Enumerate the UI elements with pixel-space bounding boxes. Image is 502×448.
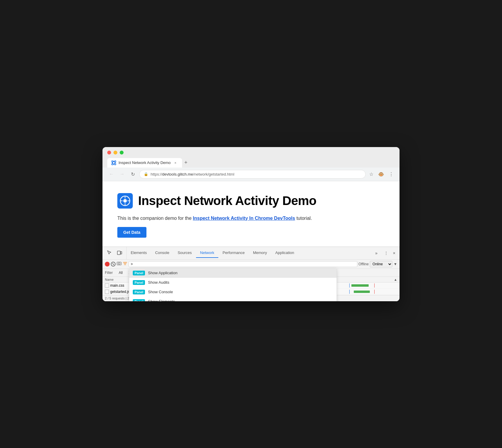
clear-button[interactable] [111,262,116,266]
devtools-actions: ⋮ × [380,248,400,258]
waterfall-line-blue [349,283,350,288]
description-prefix: This is the companion demo for the [117,216,193,221]
svg-rect-8 [117,251,120,255]
window-controls [107,151,395,154]
bookmark-button[interactable]: ☆ [368,170,375,178]
url-text: https://devtools.glitch.me/network/getst… [151,172,361,176]
svg-point-3 [123,199,127,203]
file-icon [105,283,109,288]
address-bar: ← → ↻ 🔒 https://devtools.glitch.me/netwo… [102,168,400,181]
filter-toggle-button[interactable] [123,261,127,267]
filter-input-container: Panel Show Application Panel Show Audits… [129,261,357,267]
account-button[interactable]: 🐵 [377,170,385,178]
browser-window: Inspect Network Activity Demo × + ← → ↻ … [102,147,400,301]
devtools-menu-button[interactable]: ⋮ [382,250,390,257]
throttle-select[interactable]: Online Offline Fast 3G Slow 3G [370,261,392,267]
panel-badge: Panel [133,299,145,301]
autocomplete-label: Show Elements [148,299,175,301]
maximize-button[interactable] [120,151,124,154]
autocomplete-item-show-console[interactable]: Panel Show Console [129,287,337,297]
tab-elements[interactable]: Elements [127,248,151,258]
tab-console[interactable]: Console [151,248,173,258]
svg-point-11 [118,263,120,264]
svg-rect-9 [121,252,122,254]
close-button[interactable] [107,151,111,154]
screenshot-button[interactable] [117,261,121,267]
waterfall-line-red [374,283,375,288]
url-domain: devtools.glitch.me [162,172,193,176]
autocomplete-dropdown: Panel Show Application Panel Show Audits… [129,268,337,301]
network-toolbar: Panel Show Application Panel Show Audits… [102,260,400,269]
svg-point-1 [113,162,115,164]
tab-bar: Inspect Network Activity Demo × + [107,157,395,168]
forward-button[interactable]: → [118,170,126,178]
tab-sources[interactable]: Sources [173,248,196,258]
reload-button[interactable]: ↻ [129,170,137,178]
devtools-tabs: Elements Console Sources Network Perform… [127,248,373,258]
offline-label: Offline [359,262,369,266]
autocomplete-item-show-audits[interactable]: Panel Show Audits [129,278,337,287]
autocomplete-label: Show Application [148,271,177,275]
get-data-button[interactable]: Get Data [117,227,146,238]
file-icon [105,290,109,294]
device-toggle-button[interactable] [115,249,124,258]
page-content: Inspect Network Activity Demo This is th… [102,181,400,247]
waterfall-bar [354,291,370,293]
description-suffix: tutorial. [295,216,312,221]
waterfall-bar [351,284,369,287]
network-toolbar-wrapper: Panel Show Application Panel Show Audits… [102,260,400,269]
filter-tag-all[interactable]: All [116,270,125,275]
tab-network[interactable]: Network [196,248,219,258]
page-header: Inspect Network Activity Demo [117,193,385,209]
autocomplete-label: Show Audits [148,280,169,285]
autocomplete-item-show-application[interactable]: Panel Show Application [129,268,337,278]
devtools-close-button[interactable]: × [391,250,397,257]
autocomplete-item-show-elements[interactable]: Panel Show Elements [129,297,337,301]
waterfall-line-red [374,290,375,294]
more-tabs-button[interactable]: » [373,248,380,258]
panel-badge: Panel [133,280,145,285]
autocomplete-label: Show Console [148,290,173,294]
tab-application[interactable]: Application [271,248,299,258]
page-description: This is the companion demo for the Inspe… [117,216,385,221]
tab-memory[interactable]: Memory [249,248,271,258]
throttle-controls: Offline Online Offline Fast 3G Slow 3G ▼ [359,261,397,267]
description-link[interactable]: Inspect Network Activity In Chrome DevTo… [193,216,295,221]
panel-badge: Panel [133,271,145,275]
url-protocol: https:// [151,172,162,176]
devtools-toolbar: Elements Console Sources Network Perform… [102,247,400,260]
tab-close-button[interactable]: × [173,160,178,165]
tab-favicon [111,160,116,165]
throttle-arrow: ▼ [394,262,397,266]
page-logo [117,193,133,209]
panel-badge: Panel [133,290,145,294]
new-tab-button[interactable]: + [182,157,190,168]
devtools-panel: Elements Console Sources Network Perform… [102,247,400,301]
devtools-inspect-buttons [102,247,127,259]
waterfall-line-blue [349,290,350,294]
lock-icon: 🔒 [144,172,148,176]
url-bar[interactable]: 🔒 https://devtools.glitch.me/network/get… [139,170,366,179]
filter-bar-label: Filter [105,271,113,275]
page-title: Inspect Network Activity Demo [138,194,316,208]
back-button[interactable]: ← [107,170,116,178]
active-tab[interactable]: Inspect Network Activity Demo × [107,158,182,168]
url-path: /network/getstarted.html [193,172,234,176]
filter-input[interactable] [131,262,143,266]
minimize-button[interactable] [113,151,117,154]
browser-menu-button[interactable]: ⋮ [388,170,395,178]
element-picker-button[interactable] [105,249,114,258]
tab-title: Inspect Network Activity Demo [119,160,171,165]
title-bar: Inspect Network Activity Demo × + [102,147,400,168]
tab-performance[interactable]: Performance [218,248,249,258]
record-button[interactable] [105,262,110,266]
